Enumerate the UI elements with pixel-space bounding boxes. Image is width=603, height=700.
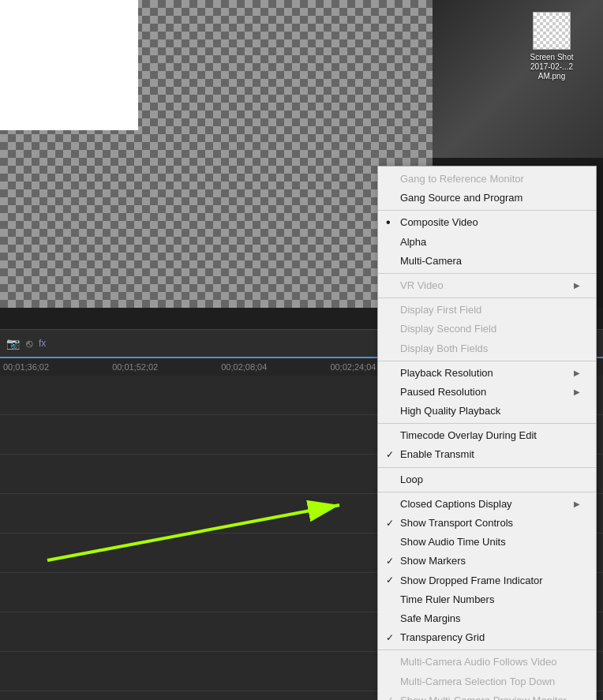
menu-item-vr-video[interactable]: VR Video▶ — [378, 276, 596, 295]
menu-separator — [378, 210, 596, 211]
menu-item-show-markers[interactable]: Show Markers — [378, 552, 596, 571]
menu-item-high-quality-playback[interactable]: High Quality Playback — [378, 402, 596, 421]
menu-item-closed-captions[interactable]: Closed Captions Display▶ — [378, 495, 596, 514]
menu-item-label: Transparency Grid — [400, 631, 485, 645]
context-menu: Gang to Reference MonitorGang Source and… — [377, 166, 597, 700]
menu-item-label: Timecode Overlay During Edit — [400, 429, 537, 443]
menu-item-display-first-field[interactable]: Display First Field — [378, 301, 596, 320]
menu-separator — [378, 298, 596, 298]
menu-item-display-both-fields[interactable]: Display Both Fields — [378, 339, 596, 358]
menu-item-alpha[interactable]: Alpha — [378, 233, 596, 252]
menu-separator — [378, 492, 596, 492]
file-icon[interactable]: Screen Shot 2017-02-...2 AM.png — [524, 12, 579, 81]
menu-item-timecode-overlay[interactable]: Timecode Overlay During Edit — [378, 426, 596, 445]
white-content-shape — [0, 0, 138, 130]
menu-item-multicam-selection[interactable]: Multi-Camera Selection Top Down — [378, 672, 596, 691]
menu-item-time-ruler-numbers[interactable]: Time Ruler Numbers — [378, 590, 596, 609]
menu-item-gang-reference[interactable]: Gang to Reference Monitor — [378, 170, 596, 189]
menu-item-label: Time Ruler Numbers — [400, 593, 494, 607]
menu-item-label: Loop — [400, 473, 423, 487]
menu-item-display-second-field[interactable]: Display Second Field — [378, 320, 596, 339]
menu-item-label: Multi-Camera Audio Follows Video — [400, 655, 556, 669]
menu-item-composite-video[interactable]: Composite Video — [378, 213, 596, 232]
menu-separator — [378, 649, 596, 650]
menu-item-label: VR Video — [400, 279, 444, 293]
menu-item-loop[interactable]: Loop — [378, 470, 596, 489]
submenu-arrow-icon: ▶ — [574, 368, 580, 379]
file-label: Screen Shot 2017-02-...2 AM.png — [524, 53, 579, 81]
file-thumbnail — [533, 12, 571, 50]
menu-item-label: Multi-Camera — [400, 254, 462, 268]
menu-item-label: Alpha — [400, 235, 426, 249]
menu-item-label: Display Both Fields — [400, 342, 488, 356]
desktop-area: Screen Shot 2017-02-...2 AM.png — [433, 0, 603, 158]
timecode-3: 00;02;08;04 — [221, 362, 267, 372]
menu-item-label: High Quality Playback — [400, 404, 500, 418]
menu-item-label: Show Audio Time Units — [400, 535, 506, 549]
menu-item-safe-margins[interactable]: Safe Margins — [378, 609, 596, 628]
sequence-icon[interactable]: ⎋ — [26, 337, 32, 350]
menu-separator — [378, 423, 596, 424]
menu-item-label: Multi-Camera Selection Top Down — [400, 675, 555, 689]
menu-item-label: Closed Captions Display — [400, 497, 512, 511]
timecode-1: 00;01;36;02 — [3, 362, 49, 372]
submenu-arrow-icon: ▶ — [574, 387, 580, 398]
menu-item-gang-source[interactable]: Gang Source and Program — [378, 189, 596, 208]
menu-item-show-transport[interactable]: Show Transport Controls — [378, 514, 596, 533]
menu-item-multicam-audio[interactable]: Multi-Camera Audio Follows Video — [378, 653, 596, 672]
menu-item-label: Display Second Field — [400, 322, 496, 336]
camera-icon[interactable]: 📷 — [6, 337, 20, 350]
effects-icon[interactable]: fx — [39, 338, 46, 349]
timecode-2: 00;01;52;02 — [112, 362, 158, 372]
menu-item-label: Gang to Reference Monitor — [400, 172, 524, 186]
menu-item-label: Paused Resolution — [400, 385, 486, 399]
menu-item-show-multicam-preview[interactable]: Show Multi-Camera Preview Monitor — [378, 691, 596, 700]
menu-separator — [378, 467, 596, 468]
menu-separator — [378, 273, 596, 274]
menu-item-label: Show Multi-Camera Preview Monitor — [400, 694, 567, 700]
menu-separator — [378, 361, 596, 361]
menu-item-label: Playback Resolution — [400, 366, 493, 380]
menu-item-label: Show Transport Controls — [400, 516, 513, 530]
menu-item-playback-resolution[interactable]: Playback Resolution▶ — [378, 364, 596, 383]
menu-item-label: Safe Margins — [400, 612, 461, 626]
submenu-arrow-icon: ▶ — [574, 280, 580, 291]
menu-item-transparency-grid[interactable]: Transparency Grid — [378, 628, 596, 647]
timecode-4: 00;02;24;04 — [330, 362, 376, 372]
menu-item-label: Composite Video — [400, 215, 478, 230]
preview-canvas — [0, 0, 433, 308]
menu-item-multi-camera[interactable]: Multi-Camera — [378, 252, 596, 271]
menu-item-enable-transmit[interactable]: Enable Transmit — [378, 445, 596, 464]
menu-item-label: Gang Source and Program — [400, 191, 522, 205]
menu-item-label: Display First Field — [400, 303, 481, 317]
menu-item-paused-resolution[interactable]: Paused Resolution▶ — [378, 383, 596, 402]
menu-item-show-dropped-frame[interactable]: Show Dropped Frame Indicator — [378, 571, 596, 590]
menu-item-show-audio-time[interactable]: Show Audio Time Units — [378, 533, 596, 552]
menu-item-label: Show Markers — [400, 554, 466, 568]
menu-item-label: Enable Transmit — [400, 447, 474, 462]
menu-item-label: Show Dropped Frame Indicator — [400, 574, 543, 588]
submenu-arrow-icon: ▶ — [574, 499, 580, 510]
